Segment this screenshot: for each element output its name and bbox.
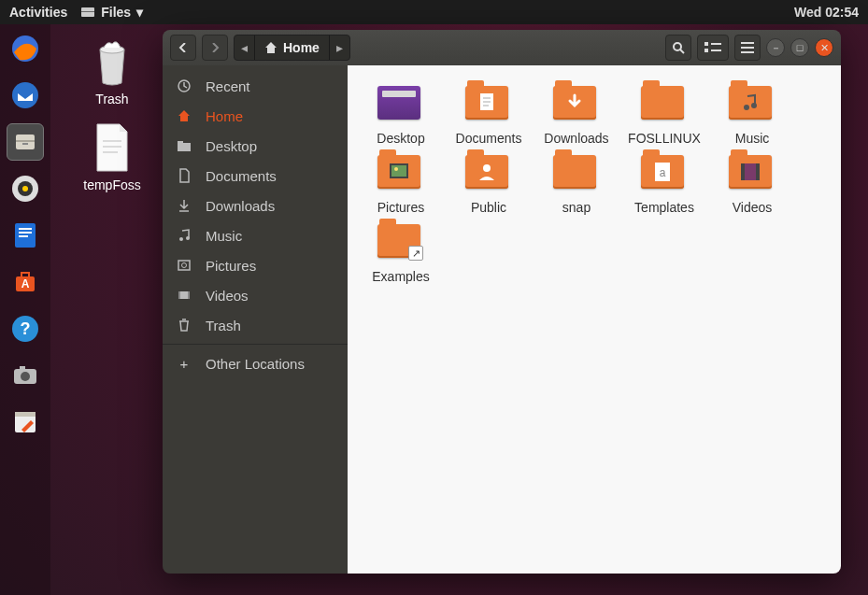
svg-point-39 [179,237,183,241]
folder-icon [729,86,772,120]
svg-point-9 [22,186,28,191]
sidebar-item-pictures[interactable]: Pictures [163,250,348,280]
folder-public[interactable]: Public [445,149,533,215]
dock-software[interactable]: A [7,263,44,301]
sidebar-item-downloads[interactable]: Downloads [163,191,348,220]
svg-rect-34 [741,47,754,49]
svg-rect-22 [15,412,36,417]
svg-rect-30 [704,49,708,52]
svg-point-54 [394,167,398,171]
dock-files[interactable] [7,123,44,161]
back-button[interactable] [170,35,196,61]
vid-icon [176,288,192,303]
home-icon [176,108,192,123]
svg-rect-35 [741,51,754,53]
dock-thunderbird[interactable] [7,77,44,114]
folder-templates[interactable]: aTemplates [620,149,708,215]
svg-rect-6 [22,143,28,145]
folder-desktop[interactable]: Desktop [357,80,445,146]
svg-point-27 [674,43,681,50]
folder-examples[interactable]: ↗Examples [357,219,445,284]
trash-icon [176,318,192,333]
sidebar-item-home[interactable]: Home [163,101,348,131]
clock[interactable]: Wed 02:54 [794,5,859,20]
maximize-button[interactable]: □ [790,38,809,57]
hamburger-menu-button[interactable] [734,35,761,61]
folder-music[interactable]: Music [708,80,796,146]
svg-point-55 [483,164,491,172]
svg-rect-12 [19,232,32,234]
down-icon [176,198,192,213]
minimize-button[interactable]: － [766,38,785,57]
svg-text:A: A [21,277,30,290]
search-button[interactable] [665,35,691,61]
desktop-tempfoss[interactable]: tempFoss [65,121,159,192]
sidebar-item-videos[interactable]: Videos [163,280,348,310]
titlebar[interactable]: ◂ Home ▸ － □ ✕ [163,30,841,65]
desktop-trash[interactable]: Trash [65,35,159,106]
folder-fosllinux[interactable]: FOSLLINUX [620,80,708,146]
dock-screenshot[interactable] [7,357,44,394]
dock-rhythmbox[interactable] [7,170,44,207]
desktop-area: Trash tempFoss [65,35,159,192]
pic-icon [176,258,192,273]
svg-text:?: ? [21,319,31,338]
sidebar-other-locations[interactable]: + Other Locations [163,348,348,378]
clock-icon [176,78,192,93]
view-toggle-button[interactable] [697,35,729,61]
close-button[interactable]: ✕ [815,38,833,57]
shortcut-badge-icon: ↗ [408,246,423,261]
folder-icon [377,155,420,189]
svg-point-42 [182,263,187,268]
svg-rect-37 [178,143,191,151]
folder-icon: a [641,155,684,189]
folder-snap[interactable]: snap [533,149,620,215]
forward-button[interactable] [202,35,228,61]
sidebar-item-documents[interactable]: Documents [163,161,348,191]
path-next-icon[interactable]: ▸ [329,35,349,60]
sidebar-item-recent[interactable]: Recent [163,71,348,101]
dock-help[interactable]: ? [7,310,44,347]
folder-icon: ↗ [377,224,420,258]
folder-downloads[interactable]: Downloads [533,80,620,146]
dock-firefox[interactable] [7,30,44,67]
svg-rect-11 [19,228,32,230]
folder-pictures[interactable]: Pictures [357,149,445,215]
folder-videos[interactable]: Videos [708,149,796,215]
doc-icon [176,168,192,183]
sidebar-item-music[interactable]: Music [163,220,348,250]
svg-rect-44 [178,291,180,299]
svg-rect-20 [20,366,25,370]
dock-editor[interactable] [7,404,44,441]
svg-rect-29 [704,42,708,46]
music-icon [176,228,192,243]
top-panel: Activities Files ▾ Wed 02:54 [0,0,868,24]
text-file-icon [92,122,133,173]
svg-rect-38 [178,141,183,144]
path-prev-icon[interactable]: ◂ [235,35,254,60]
svg-rect-45 [188,291,190,299]
svg-rect-41 [178,261,190,270]
chevron-down-icon: ▾ [136,5,143,20]
path-bar[interactable]: ◂ Home ▸ [234,35,350,61]
folder-documents[interactable]: Documents [445,80,533,146]
folder-icon [553,86,596,120]
desktop-folder-icon [377,86,420,120]
svg-rect-5 [16,140,35,142]
path-home[interactable]: Home [254,35,329,60]
svg-rect-31 [711,43,721,45]
dock-writer[interactable] [7,217,44,254]
content-area[interactable]: DesktopDocumentsDownloadsFOSLLINUXMusicP… [348,65,841,574]
home-icon [264,41,277,54]
svg-point-19 [21,372,30,381]
drawer-icon [80,5,95,20]
svg-point-50 [744,105,749,110]
folder-icon [465,86,508,120]
activities-button[interactable]: Activities [9,5,67,20]
svg-rect-59 [741,163,745,180]
sidebar-item-trash[interactable]: Trash [163,310,348,340]
files-menu[interactable]: Files ▾ [80,5,143,20]
folder-icon [176,138,192,153]
svg-point-3 [12,82,38,108]
sidebar-item-desktop[interactable]: Desktop [163,131,348,161]
